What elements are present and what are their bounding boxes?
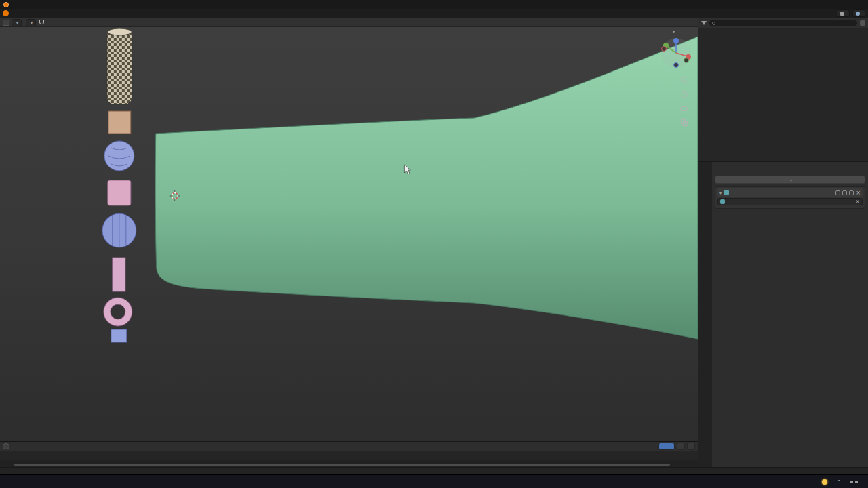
node-group-selector[interactable]: × (717, 198, 863, 205)
blender-logo-icon (3, 2, 9, 7)
tray-status-icons[interactable] (850, 481, 858, 483)
scene-icon (840, 12, 844, 16)
timeline-scrollbar[interactable] (14, 464, 670, 466)
add-modifier-button[interactable]: ▾ (715, 176, 865, 184)
outliner-tree (698, 28, 868, 161)
weather-icon (822, 479, 827, 485)
breadcrumb (715, 164, 865, 171)
viewlayer-selector[interactable] (852, 9, 865, 17)
target-mesh-horn[interactable] (155, 37, 698, 339)
unlink-icon[interactable]: × (855, 199, 860, 205)
add-workspace-button[interactable] (21, 13, 28, 14)
edit-mode-toggle-icon[interactable] (835, 190, 840, 195)
tray-chevron-icon[interactable]: ^ (837, 479, 841, 485)
collapse-icon[interactable]: ▾ (719, 190, 722, 195)
profile-object-torus-pink[interactable] (104, 298, 132, 326)
outliner-search-input[interactable] (709, 20, 857, 26)
viewlayer-icon (856, 12, 860, 16)
orientation-dropdown[interactable]: ▾ (26, 19, 36, 26)
zoom-view-icon[interactable] (680, 76, 688, 84)
axis-x-neg-icon (662, 47, 667, 52)
topbar (0, 9, 868, 18)
timeline (0, 441, 698, 467)
frame-start-field[interactable] (677, 443, 685, 450)
geometry-nodes-icon (724, 190, 729, 195)
camera-view-icon[interactable] (680, 104, 688, 113)
axis-z-neg-icon (674, 63, 679, 68)
profile-object-cube-blue[interactable] (111, 329, 127, 342)
blender-menu-icon[interactable] (3, 10, 9, 16)
navigation-gizmo[interactable] (658, 35, 694, 70)
timeline-track[interactable] (0, 460, 698, 467)
snap-magnet-icon[interactable] (39, 20, 44, 24)
chevron-down-icon: ▾ (16, 20, 18, 25)
titlebar (0, 0, 868, 9)
outliner (698, 18, 868, 162)
timeline-ruler[interactable] (0, 451, 698, 460)
axis-y-neg-icon (684, 58, 689, 63)
viewport-header: ▾ ▾ (0, 18, 698, 27)
blender-window: ▾ ▾ (0, 0, 868, 488)
node-tree-icon (720, 199, 725, 204)
move-view-icon[interactable] (680, 90, 688, 98)
timeline-editor-icon[interactable] (3, 443, 9, 449)
profile-objects[interactable] (102, 28, 136, 342)
realtime-toggle-icon[interactable] (842, 190, 847, 195)
filter-icon[interactable] (701, 21, 707, 25)
timeline-header (0, 442, 698, 451)
profile-object-slab-pink[interactable] (113, 258, 125, 291)
viewport-3d[interactable]: ▾ (0, 27, 698, 441)
axis-z-icon (673, 38, 679, 43)
chevron-down-icon: ▾ (673, 29, 675, 34)
render-toggle-icon[interactable] (849, 190, 854, 195)
timeline-body[interactable] (0, 451, 698, 467)
profile-object-cube-tan[interactable] (108, 111, 131, 134)
remove-modifier-icon[interactable]: × (856, 190, 861, 196)
outliner-header (698, 18, 868, 28)
editor-type-icon[interactable] (3, 20, 9, 26)
current-frame-field[interactable] (658, 443, 675, 450)
properties-tabs (698, 162, 712, 467)
status-bar (0, 467, 868, 474)
scene-selector[interactable] (837, 9, 850, 17)
frame-end-field[interactable] (687, 443, 695, 450)
mode-dropdown[interactable]: ▾ (12, 19, 22, 26)
chevron-down-icon: ▾ (790, 178, 792, 182)
profile-object-cube-pink[interactable] (108, 180, 131, 205)
modifier-geometrynodes: ▾ × (715, 186, 865, 209)
search-icon (712, 22, 715, 25)
outliner-options-icon[interactable] (860, 20, 865, 26)
viewport-canvas[interactable] (0, 27, 698, 441)
options-dropdown[interactable]: ▾ (671, 29, 675, 34)
profile-object-checker-cylinder[interactable] (107, 28, 132, 104)
windows-taskbar: ^ (0, 474, 868, 488)
chevron-down-icon: ▾ (31, 20, 33, 25)
properties-panel: ▾ ▾ × (698, 162, 868, 467)
toggle-ortho-icon[interactable] (680, 119, 688, 127)
modifier-header[interactable]: ▾ × (717, 188, 863, 197)
system-tray: ^ (822, 479, 865, 485)
